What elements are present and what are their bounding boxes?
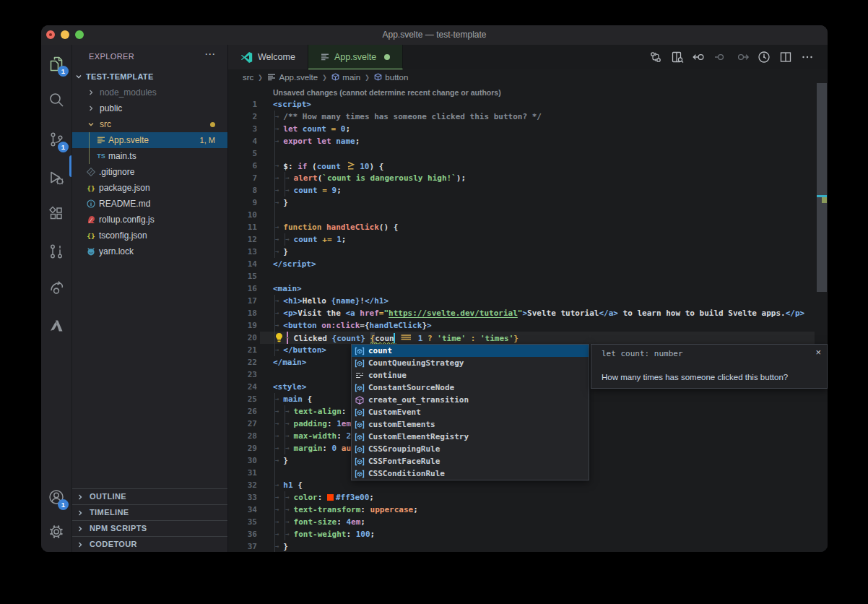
timeline-button[interactable] [758,51,770,64]
activity-bar-item-explorer[interactable]: 1 [41,49,71,78]
suggestion-count[interactable]: count [352,345,589,357]
suggestion-CustomEvent[interactable]: CustomEvent [352,406,589,418]
code-token: `count is dangerously high!` [322,173,456,183]
code-line-13[interactable]: 13→} [228,246,828,258]
titlebar[interactable]: App.svelte — test-template [41,25,828,45]
whitespace-tab-arrow: → [275,319,279,332]
breadcrumb-item-button[interactable]: button [374,73,408,82]
activity-bar-item-run-debug[interactable] [41,163,71,192]
close-icon[interactable]: × [815,347,821,358]
code-line-20[interactable]: 20→Clicked {count} {coun 1 ? 'time' : 't… [228,332,828,344]
code-token: </h1> [365,296,389,306]
activity-bar-item-extensions[interactable] [41,199,71,228]
suggestion-customElements[interactable]: customElements [352,418,589,431]
code-line-4[interactable]: 4→export let name; [228,135,828,147]
activity-bar-item-live-share[interactable] [41,273,71,302]
sidebar-section-timeline[interactable]: TIMELINE [72,504,227,520]
sidebar-section-outline[interactable]: OUTLINE [72,488,227,504]
activity-bar-item-azure[interactable] [41,311,71,340]
code-token: { [303,394,312,404]
activity-bar-item-search[interactable] [41,85,71,114]
go-back-button[interactable] [693,51,705,64]
open-changes-button[interactable] [649,51,661,64]
activity-bar-item-settings[interactable] [41,517,71,546]
editor-scrollbar[interactable] [817,85,828,552]
code-token: https://svelte.dev/tutorial [389,309,518,318]
tree-item-.gitignore[interactable]: .gitignore [72,164,227,180]
line-number: 34 [228,504,257,516]
more-actions-button[interactable] [801,51,813,64]
suggestion-CSSFontFaceRule[interactable]: CSSFontFaceRule [352,455,589,467]
code-line-36[interactable]: 36→→font-weight: 100; [228,528,828,540]
code-line-32[interactable]: 32→h1 { [228,479,828,491]
breadcrumb-item-src[interactable]: src [243,73,253,82]
code-line-18[interactable]: 18→<p>Visit the <a href="https://svelte.… [228,307,828,319]
split-editor-button[interactable] [779,51,791,64]
code-token: : [327,419,337,428]
breadcrumb-item-app-svelte[interactable]: App.svelte [267,73,318,82]
tree-item-src[interactable]: src [72,116,227,132]
tree-item-public[interactable]: public [72,100,227,116]
code-line-7[interactable]: 7→→alert(`count is dangerously high!`); [228,172,828,184]
activity-bar-item-source-control[interactable]: 1 [41,125,71,154]
code-line-11[interactable]: 11→function handleClick() { [228,221,828,233]
tree-root-folder[interactable]: TEST-TEMPLATE [72,69,227,85]
badge: 1 [58,499,69,510]
sidebar-section-npm-scripts[interactable]: NPM SCRIPTS [72,520,227,536]
more-actions-icon[interactable]: ⋯ [204,48,216,61]
breadcrumb-item-main[interactable]: main [331,73,360,82]
tree-item-label: tsconfig.json [99,228,147,243]
code-line-1[interactable]: 1<script> [228,98,828,111]
code-line-15[interactable]: 15 [228,270,828,282]
code-editor[interactable]: Unsaved changes (cannot determine recent… [228,85,828,552]
tree-item-README.md[interactable]: README.md [72,196,227,212]
open-preview-button[interactable] [671,51,683,64]
code-line-2[interactable]: 2→/** How many times has someone clicked… [228,111,828,123]
suggestion-continue[interactable]: continue [352,369,589,381]
tree-item-node_modules[interactable]: node_modules [72,85,227,100]
whitespace-tab-arrow: → [285,528,289,540]
next-change-button[interactable] [736,51,748,64]
code-token: let [283,124,298,134]
lightbulb-icon[interactable] [274,332,285,343]
codelens-annotation[interactable]: Unsaved changes (cannot determine recent… [273,87,501,98]
tree-item-package.json[interactable]: {}package.json [72,180,227,196]
tree-item-rollup.config.js[interactable]: rollup.config.js [72,212,227,228]
code-line-19[interactable]: 19→<button on:click={handleClick}> [228,319,828,332]
activity-bar-item-accounts[interactable]: 1 [41,483,71,512]
code-line-5[interactable]: 5 [228,147,828,160]
scrollbar-slider[interactable] [817,83,827,292]
suggestion-CustomElementRegistry[interactable]: CustomElementRegistry [352,431,589,443]
suggestion-CountQueuingStrategy[interactable]: CountQueuingStrategy [352,357,589,369]
indent-guide [274,147,275,160]
suggestion-ConstantSourceNode[interactable]: ConstantSourceNode [352,381,589,394]
color-swatch [327,494,334,501]
code-line-9[interactable]: 9→} [228,197,828,209]
suggestion-create_out_transition[interactable]: create_out_transition [352,394,589,406]
suggestion-CSSConditionRule[interactable]: CSSConditionRule [352,467,589,480]
tree-item-yarn.lock[interactable]: yarn.lock [72,243,227,259]
code-line-35[interactable]: 35→→font-size: 4em; [228,516,828,528]
tab-welcome[interactable]: Welcome [228,45,308,69]
tree-item-tsconfig.json[interactable]: {}tsconfig.json [72,228,227,243]
code-line-33[interactable]: 33→→color: #ff3e00; [228,491,828,504]
previous-change-button[interactable] [714,51,726,64]
code-line-16[interactable]: 16<main> [228,282,828,295]
sidebar-section-codetour[interactable]: CODETOUR [72,536,227,552]
code-line-6[interactable]: 6→$: if (count 10) { [228,160,828,172]
code-line-12[interactable]: 12→→count += 1; [228,233,828,246]
suggestion-CSSGroupingRule[interactable]: CSSGroupingRule [352,443,589,455]
code-line-34[interactable]: 34→→text-transform: uppercase; [228,504,828,516]
code-line-3[interactable]: 3→let count = 0; [228,123,828,135]
symbol-icon [331,73,339,81]
tree-item-main.ts[interactable]: TSmain.ts [72,148,227,164]
code-line-37[interactable]: 37→} [228,540,828,552]
symbol-keyword-icon [354,370,365,381]
code-line-10[interactable]: 10 [228,209,828,221]
code-line-8[interactable]: 8→→count = 9; [228,184,828,197]
tab-app-svelte[interactable]: App.svelte [308,45,403,69]
code-line-17[interactable]: 17→<h1>Hello {name}!</h1> [228,295,828,307]
tree-item-App.svelte[interactable]: App.svelte1, M [72,132,227,148]
code-line-14[interactable]: 14</script> [228,258,828,270]
activity-bar-item-github-pr[interactable] [41,237,71,266]
